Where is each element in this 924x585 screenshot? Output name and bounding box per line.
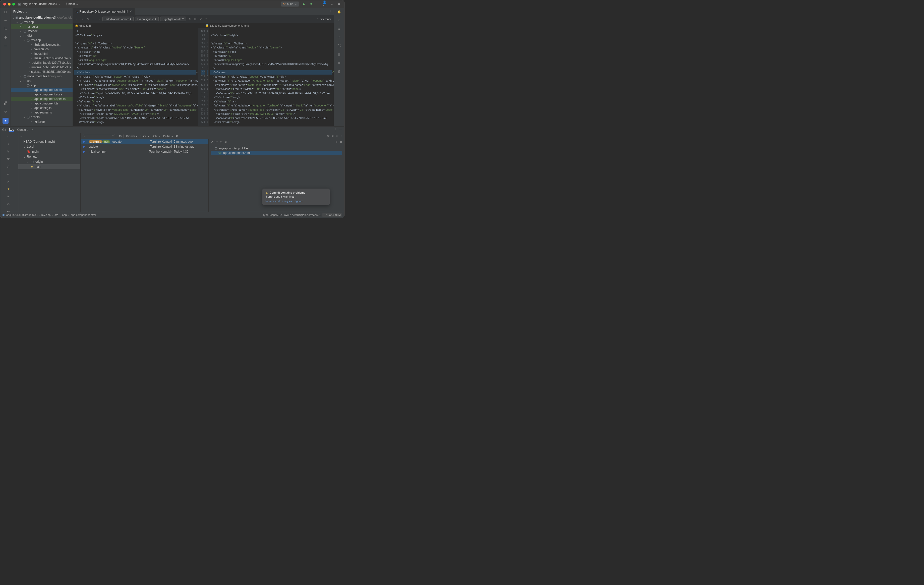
nav-back-icon[interactable]: ←: [91, 17, 96, 21]
tree-row[interactable]: ▫main.51718165e0e5f094.js: [11, 56, 73, 61]
collapse-unchanged-icon[interactable]: ⇲: [188, 17, 191, 21]
database-icon[interactable]: ≡: [337, 26, 342, 31]
aws-profile[interactable]: AWS: default@ap-northeast-1: [284, 213, 321, 216]
commit-row[interactable]: ⦾ origin &mainupdateTeruhiro Komaki5 min…: [81, 139, 208, 144]
open-new-tab-icon[interactable]: ⧉: [176, 134, 178, 138]
diff-settings-icon[interactable]: ⚙: [199, 17, 203, 21]
tree-row[interactable]: ⌄▢my-app: [11, 20, 73, 24]
braces-icon[interactable]: {}: [337, 69, 342, 74]
tree-row[interactable]: ▫runtime.771c5fa6dd11d129.js: [11, 65, 73, 69]
match-case-toggle[interactable]: Cc: [118, 134, 124, 138]
cherry-pick-icon[interactable]: ⊕: [332, 134, 334, 138]
tree-row[interactable]: ▫polyfills.4aecfb127e78c0d2.js: [11, 61, 73, 65]
branch-head[interactable]: HEAD (Current Branch): [18, 139, 80, 144]
notification-link-review[interactable]: Review code analysis: [266, 199, 292, 203]
breadcrumb-segment[interactable]: app: [62, 213, 67, 216]
tree-row[interactable]: ▫app.component.html: [11, 87, 73, 92]
tree-row[interactable]: ▫app.routes.ts: [11, 110, 73, 115]
fetch-icon[interactable]: ⤢: [7, 180, 12, 184]
breadcrumb[interactable]: angular-cloudflare-iemie3›my-app›src›app…: [6, 213, 96, 216]
push-icon[interactable]: ↗: [211, 140, 213, 144]
eye-icon[interactable]: 👁: [336, 134, 338, 138]
find-commit-icon[interactable]: ⌕: [340, 134, 342, 138]
help-icon[interactable]: ?: [204, 17, 208, 21]
tree-row[interactable]: ▫styles.ef46db3751d8e999.css: [11, 69, 73, 74]
memory-indicator[interactable]: 875 of 4096M: [322, 213, 342, 217]
tool-more-icon[interactable]: ⋮: [334, 128, 337, 132]
filter-branch[interactable]: Branch ⌄: [126, 134, 138, 138]
ai-assistant-button[interactable]: ✦: [3, 118, 8, 124]
breadcrumb-segment[interactable]: angular-cloudflare-iemie3: [6, 213, 37, 216]
settings-branches-icon[interactable]: ⚙: [7, 203, 12, 207]
tab-console[interactable]: Console: [17, 128, 28, 132]
close-tab-icon[interactable]: ✕: [130, 10, 132, 13]
project-tree[interactable]: ⌄▣angular-cloudflare-iemie3 ~/go/src/git…: [11, 15, 73, 126]
expand-icon[interactable]: ⇕: [335, 140, 338, 144]
collapse-icon[interactable]: ‹: [7, 135, 12, 139]
tree-row[interactable]: ▫app.component.spec.ts: [11, 97, 73, 101]
viewer-mode-select[interactable]: Side-by-side viewer ▾: [102, 16, 134, 21]
reload-icon[interactable]: ⟳: [7, 195, 12, 199]
tree-row[interactable]: ▫app.config.ts: [11, 106, 73, 110]
highlight-select[interactable]: Highlight words ▾: [160, 16, 186, 21]
sync-scroll-icon[interactable]: ▥: [193, 17, 197, 21]
filter-user[interactable]: User ⌄: [140, 134, 149, 138]
history-icon[interactable]: ⏲: [220, 140, 223, 144]
code-with-me-icon[interactable]: 👤⁺: [323, 2, 327, 6]
compare-icon[interactable]: ⇄: [7, 165, 12, 169]
favorite-icon[interactable]: ★: [7, 187, 12, 192]
branch-origin-main[interactable]: ★main: [18, 164, 80, 169]
zoom-window[interactable]: [12, 3, 15, 5]
commit-row[interactable]: updateTeruhiro Komaki33 minutes ago: [81, 144, 208, 149]
tree-row[interactable]: ▫app.component.ts: [11, 101, 73, 106]
diff-right-pane[interactable]: } </"a">class="t">style> "a">class="c"><…: [209, 28, 334, 126]
notification-link-ignore[interactable]: Ignore: [295, 199, 303, 203]
more-actions-icon[interactable]: ⋮: [316, 2, 320, 6]
tree-row[interactable]: ⌄▢app: [11, 83, 73, 87]
project-pane-header[interactable]: Project ⌄: [11, 8, 73, 15]
run-button[interactable]: ▶: [302, 2, 306, 6]
branch-search[interactable]: ⌕: [18, 133, 80, 139]
breadcrumb-segment[interactable]: app.component.html: [71, 213, 96, 216]
tree-row[interactable]: ⌄▢src: [11, 79, 73, 83]
tab-log[interactable]: Log: [9, 128, 14, 132]
layers-icon[interactable]: ☰: [337, 52, 342, 57]
edit-source-icon[interactable]: ✎: [86, 17, 90, 21]
problems-tool-icon[interactable]: ⊘: [3, 109, 8, 114]
tree-row[interactable]: ▫3rdpartylicenses.txt: [11, 43, 73, 47]
notifications-icon[interactable]: 🔔: [337, 9, 342, 14]
delete-icon[interactable]: 🗑: [7, 157, 12, 162]
more-tool-icon[interactable]: ⋯: [3, 43, 8, 48]
section-local[interactable]: ⌄Local: [18, 144, 80, 149]
tab-more-icon[interactable]: ⋮: [329, 10, 332, 13]
diff-left-pane[interactable]: } </"a">class="t">style> "a">class="c"><…: [73, 28, 198, 126]
branch-selector[interactable]: ᛘ main ⌄: [66, 2, 78, 6]
typescript-version[interactable]: TypeScript 5.0.4: [262, 213, 283, 216]
commit-row[interactable]: Initial commitTeruhiro Komaki*Today 4:32: [81, 149, 208, 154]
add-icon[interactable]: ＋: [7, 142, 12, 147]
stats-tool-icon[interactable]: ▞: [3, 101, 8, 106]
close-console-icon[interactable]: ✕: [31, 128, 33, 131]
minimize-window[interactable]: [8, 3, 10, 5]
section-remote[interactable]: ⌄Remote: [18, 154, 80, 159]
filter-paths[interactable]: Paths ⌄: [163, 134, 173, 138]
commit-tool-icon[interactable]: ⊸: [3, 18, 8, 23]
diff-body[interactable]: } </"a">class="t">style> "a">class="c"><…: [73, 28, 334, 126]
tool-minimize-icon[interactable]: —: [339, 128, 342, 132]
close-window[interactable]: [3, 3, 6, 5]
tree-row[interactable]: ⌄▢dist: [11, 33, 73, 38]
cube-tool-icon[interactable]: ⬢: [3, 35, 8, 40]
editor-tab-diff[interactable]: ⇆ Repository Diff: app.component.html ✕: [73, 8, 135, 15]
mood-icon[interactable]: ☺: [337, 18, 342, 23]
tree-row[interactable]: ⌄▢assets: [11, 115, 73, 119]
project-tool-icon[interactable]: ▢: [3, 9, 8, 14]
tree-row[interactable]: ›▢node_modules library root: [11, 74, 73, 79]
settings-gear-icon[interactable]: ⚙: [337, 2, 341, 6]
commit-list[interactable]: ⦾ origin &mainupdateTeruhiro Komaki5 min…: [81, 139, 209, 218]
undo-icon[interactable]: ↶: [215, 140, 218, 144]
refresh-icon[interactable]: ⟳: [327, 134, 330, 138]
checkout-icon[interactable]: ↳: [7, 150, 12, 154]
run-config-selector[interactable]: ⚒ build ⌄: [281, 2, 299, 7]
tree-row[interactable]: ▫.gitkeep: [11, 119, 73, 124]
preview-icon[interactable]: 👁: [225, 140, 228, 144]
